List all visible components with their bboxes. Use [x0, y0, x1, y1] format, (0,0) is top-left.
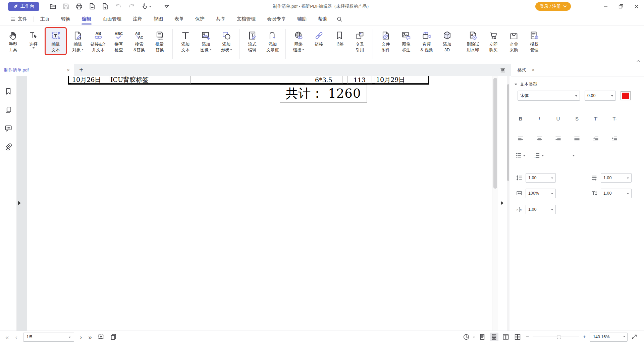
batch-replace-button[interactable]: 批量替换	[150, 28, 170, 54]
scrollbar-thumb[interactable]	[493, 78, 497, 189]
menu-help[interactable]: 帮助	[312, 13, 333, 26]
underline-button[interactable]: U	[552, 114, 564, 123]
page-scroll-toggle-icon[interactable]	[499, 67, 506, 74]
menu-edit[interactable]: 编辑	[76, 13, 97, 26]
word-spacing-select[interactable]: 1.00	[526, 205, 556, 214]
history-caret-icon[interactable]	[473, 337, 475, 339]
menu-form[interactable]: 表单	[169, 13, 190, 26]
prev-page-button[interactable]: ‹	[15, 334, 18, 340]
edit-object-button[interactable]: 编辑对象	[68, 28, 88, 54]
menu-home[interactable]: 主页	[35, 13, 55, 26]
search-icon[interactable]	[336, 16, 342, 22]
font-size-select[interactable]: 0.00	[585, 91, 616, 101]
image-annotation-button[interactable]: 图像标注	[396, 28, 416, 54]
file-attachment-button[interactable]: 文件附件	[376, 28, 396, 54]
format-panel-tab[interactable]: 格式	[517, 67, 526, 73]
hand-tool-button[interactable]: 手型工具	[3, 28, 23, 54]
collapse-right-panel-icon[interactable]	[501, 201, 505, 205]
license-manage-button[interactable]: 授权管理	[524, 28, 544, 54]
buy-now-button[interactable]: 立即购买	[483, 28, 503, 54]
menu-convert[interactable]: 转换	[55, 13, 76, 26]
menu-page-manage[interactable]: 页面管理	[97, 13, 127, 26]
spell-check-button[interactable]: ABC拼写检查	[109, 28, 129, 54]
audio-video-button[interactable]: 音频& 视频	[417, 28, 437, 54]
remove-trial-watermark-button[interactable]: A删除试用水印	[463, 28, 483, 54]
enterprise-purchase-button[interactable]: 企业采购	[504, 28, 524, 54]
horizontal-scale-select[interactable]: 100%	[526, 189, 556, 198]
char-spacing-select[interactable]: 1.00	[601, 173, 632, 183]
last-page-button[interactable]: »	[88, 334, 93, 340]
menu-assist[interactable]: 辅助	[291, 13, 312, 26]
font-family-select[interactable]: 宋体	[518, 91, 580, 101]
align-left-icon[interactable]	[515, 135, 526, 143]
baseline-offset-select[interactable]: 1.00	[601, 189, 632, 198]
minimize-button[interactable]	[598, 0, 613, 13]
sidebar-bookmarks-button[interactable]	[4, 87, 12, 95]
web-link-button[interactable]: 网络链接	[288, 28, 309, 54]
history-icon[interactable]	[463, 333, 470, 341]
close-window-button[interactable]	[629, 0, 644, 13]
line-spacing-select[interactable]: 1.00	[526, 173, 556, 183]
clipboard-icon[interactable]	[110, 333, 117, 341]
table-cell[interactable]: ICU背胶标签	[109, 76, 191, 84]
fullscreen-icon[interactable]	[631, 333, 638, 341]
workspace-button[interactable]: 工作台	[8, 2, 39, 11]
zoom-slider-thumb[interactable]	[557, 335, 561, 339]
menu-share[interactable]: 共享	[210, 13, 231, 26]
zoom-in-button[interactable]: +	[582, 334, 587, 340]
panel-scrollbar-thumb[interactable]	[507, 84, 509, 181]
link-button[interactable]: 链接	[309, 28, 329, 54]
total-text-box[interactable]: 共计： 1260	[280, 85, 367, 103]
print-button[interactable]	[75, 3, 83, 10]
list-more-button[interactable]	[573, 154, 575, 157]
italic-button[interactable]: I	[534, 114, 545, 123]
edit-text-button[interactable]: 编辑文本	[46, 28, 66, 54]
continuous-view-icon[interactable]	[490, 333, 498, 341]
bold-button[interactable]: B	[515, 114, 526, 123]
sidebar-attachments-button[interactable]	[4, 143, 12, 151]
indent-increase-icon[interactable]	[609, 135, 620, 143]
link-merge-text-button[interactable]: AB链接&合并文本	[88, 28, 108, 54]
facing-view-icon[interactable]	[501, 333, 510, 341]
expand-left-panel-icon[interactable]	[18, 201, 23, 205]
sidebar-pages-button[interactable]	[4, 106, 12, 114]
bookmark-button[interactable]: 书签	[329, 28, 350, 54]
bullet-list-button[interactable]	[515, 152, 525, 159]
select-tool-button[interactable]: 选择	[23, 28, 44, 54]
collapse-section-icon[interactable]	[515, 84, 517, 87]
zoom-slider[interactable]	[533, 334, 579, 340]
touch-mode-button[interactable]	[141, 3, 151, 10]
menu-member[interactable]: 会员专享	[261, 13, 291, 26]
subscript-button[interactable]: T,	[609, 114, 620, 123]
redo-button[interactable]	[128, 3, 135, 10]
document-tab[interactable]: 制作清单.pdf ×	[0, 64, 74, 76]
quad-view-icon[interactable]	[513, 333, 522, 341]
undo-button[interactable]	[115, 3, 122, 10]
add-page-button[interactable]	[102, 3, 109, 10]
snapshot-icon[interactable]	[98, 333, 105, 341]
cross-reference-button[interactable]: 交叉引用	[350, 28, 370, 54]
menu-view[interactable]: 视图	[148, 13, 169, 26]
collapse-ribbon-icon[interactable]	[636, 59, 641, 63]
search-replace-button[interactable]: ABAC搜索&替换	[129, 28, 149, 54]
add-image-button[interactable]: 添加图像	[196, 28, 216, 54]
restore-button[interactable]	[613, 0, 629, 13]
menu-protect[interactable]: 保护	[190, 13, 210, 26]
export-page-button[interactable]	[89, 3, 96, 10]
menu-file[interactable]: 文件	[5, 13, 33, 26]
zoom-out-button[interactable]: −	[525, 334, 530, 340]
document-canvas[interactable]: 10月26日 ICU背胶标签 6*3.5 113 10月29日 共计： 1260	[17, 76, 498, 331]
close-tab-icon[interactable]: ×	[67, 67, 70, 73]
table-cell[interactable]: 10月26日	[71, 76, 110, 84]
align-center-icon[interactable]	[534, 135, 545, 143]
single-page-view-icon[interactable]	[478, 333, 487, 341]
table-cell[interactable]: 6*3.5	[305, 76, 342, 84]
menu-doc-manage[interactable]: 文档管理	[231, 13, 261, 26]
superscript-button[interactable]: T′	[590, 114, 601, 123]
table-cell[interactable]: 113	[347, 76, 372, 84]
add-article-box-button[interactable]: 添加文章框	[263, 28, 283, 54]
new-tab-button[interactable]: +	[76, 65, 86, 75]
page-indicator-select[interactable]: 1/5	[23, 333, 74, 342]
align-justify-icon[interactable]	[571, 135, 583, 143]
menu-comment[interactable]: 注释	[127, 13, 148, 26]
